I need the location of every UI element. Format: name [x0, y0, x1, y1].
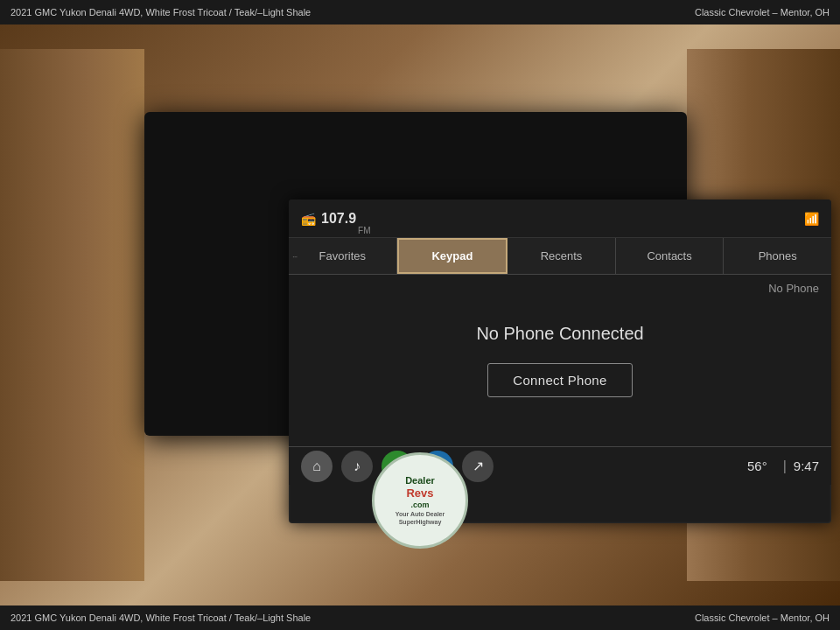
- nav-tabs: ··· Favorites Keypad Recents Contacts Ph…: [289, 238, 831, 275]
- interior-left: [0, 49, 144, 581]
- time-display: 9:47: [794, 458, 819, 473]
- bottom-bar-right: Classic Chevrolet – Mentor, OH: [695, 612, 830, 623]
- top-bar-left: 2021 GMC Yukon Denali 4WD, White Frost T…: [10, 7, 311, 18]
- top-bar: 2021 GMC Yukon Denali 4WD, White Frost T…: [0, 0, 840, 24]
- content-area: No Phone No Phone Connected Connect Phon…: [289, 275, 831, 446]
- tab-contacts[interactable]: Contacts: [616, 238, 724, 274]
- status-area: 56° | 9:47: [747, 458, 819, 474]
- tab-phones[interactable]: Phones: [724, 238, 831, 274]
- dots-icon: ···: [292, 251, 297, 261]
- music-icon-button[interactable]: ♪: [341, 451, 373, 482]
- temperature-display: 56°: [747, 458, 767, 473]
- screen-bottom-bar: ⌂ ♪ ✆ ▲ ↗ 56° | 9:47: [289, 446, 831, 485]
- bottom-bar: 2021 GMC Yukon Denali 4WD, White Frost T…: [0, 606, 840, 630]
- radio-icon: 📻: [301, 212, 316, 226]
- tab-favorites[interactable]: ··· Favorites: [289, 238, 397, 274]
- screen-header: 📻 107.9 FM 📶: [289, 200, 831, 238]
- photo-area: 📻 107.9 FM 📶 ··· Favorites Keypad Recent…: [0, 24, 840, 606]
- screen-display: 📻 107.9 FM 📶 ··· Favorites Keypad Recent…: [289, 200, 831, 523]
- radio-band: FM: [358, 226, 370, 235]
- bottom-bar-left: 2021 GMC Yukon Denali 4WD, White Frost T…: [10, 612, 311, 623]
- watermark-logo: Dealer Revs .com Your Auto Dealer SuperH…: [372, 452, 468, 549]
- no-phone-connected-text: No Phone Connected: [476, 324, 643, 344]
- tab-keypad[interactable]: Keypad: [397, 238, 508, 274]
- infotainment-screen: 📻 107.9 FM 📶 ··· Favorites Keypad Recent…: [144, 112, 687, 436]
- signal-icon: 📶: [804, 212, 819, 226]
- top-bar-right: Classic Chevrolet – Mentor, OH: [695, 7, 830, 18]
- home-icon-button[interactable]: ⌂: [301, 451, 332, 482]
- tab-recents[interactable]: Recents: [508, 238, 616, 274]
- connect-phone-button[interactable]: Connect Phone: [487, 363, 632, 397]
- no-phone-status: No Phone: [768, 282, 819, 295]
- watermark: Dealer Revs .com Your Auto Dealer SuperH…: [372, 452, 468, 553]
- radio-frequency: 107.9: [321, 211, 356, 227]
- separator: |: [783, 458, 787, 474]
